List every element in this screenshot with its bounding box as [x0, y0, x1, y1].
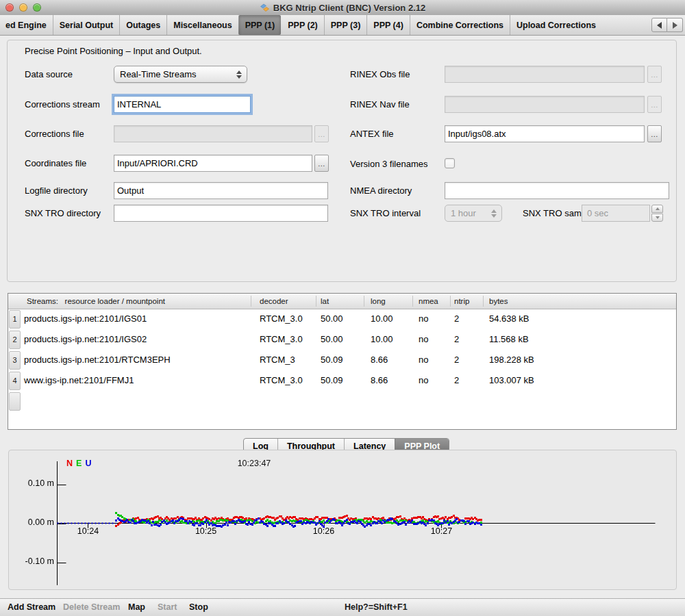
cell-nmea: no	[419, 329, 428, 350]
header-nmea: nmea	[419, 294, 438, 309]
cell-ntrip: 2	[454, 370, 459, 391]
rinex-nav-file-browse-button: ...	[647, 96, 662, 113]
x-axis-tick-label: 10:24	[67, 526, 108, 536]
cell-mountpoint: www.igs-ip.net:2101/FFMJ1	[24, 370, 134, 391]
rinex-obs-file-input	[445, 66, 645, 83]
version-3-filenames-label: Version 3 filenames	[350, 155, 427, 172]
y-axis-tick-label: 0.10 m	[12, 478, 54, 488]
rinex-nav-file-input	[445, 96, 645, 113]
table-row[interactable]: 2 products.igs-ip.net:2101/IGS02 RTCM_3.…	[8, 329, 676, 350]
coordinates-file-input[interactable]	[114, 155, 312, 172]
cell-ntrip: 2	[454, 350, 459, 370]
title-bar: BKG Ntrip Client (BNC) Version 2.12	[0, 0, 685, 16]
logfile-directory-label: Logfile directory	[25, 182, 88, 199]
chart-legend: N E U	[66, 459, 91, 468]
legend-up: U	[85, 459, 91, 468]
status-bar: Add Stream Delete Stream Map Start Stop …	[0, 598, 685, 616]
row-number: 2	[9, 331, 21, 349]
nmea-directory-input[interactable]	[445, 182, 669, 199]
stop-button[interactable]: Stop	[189, 599, 208, 616]
header-lat: lat	[321, 294, 329, 309]
row-number: 1	[9, 310, 21, 329]
spinner-down-icon	[656, 216, 660, 219]
header-decoder: decoder	[260, 294, 288, 309]
coordinates-file-label: Coordinates file	[25, 155, 86, 172]
table-header: Streams: resource loader / mountpoint de…	[8, 294, 676, 309]
version-3-filenames-checkbox[interactable]	[445, 158, 455, 168]
snx-tro-directory-label: SNX TRO directory	[25, 205, 101, 222]
tab-combine-corrections[interactable]: Combine Corrections	[410, 15, 510, 35]
tab-ppp-3[interactable]: PPP (3)	[324, 15, 367, 35]
corrections-stream-input[interactable]	[114, 96, 251, 113]
antex-file-label: ANTEX file	[350, 125, 394, 142]
cell-lat: 50.09	[321, 370, 343, 391]
tab-serial-output[interactable]: Serial Output	[53, 15, 119, 35]
bnc-app-window: BKG Ntrip Client (BNC) Version 2.12 ed E…	[0, 0, 685, 616]
table-row[interactable]: 3 products.igs-ip.net:2101/RTCM3EPH RTCM…	[8, 350, 676, 370]
data-source-select[interactable]: Real-Time Streams	[114, 66, 247, 83]
cell-mountpoint: products.igs-ip.net:2101/RTCM3EPH	[24, 350, 171, 370]
tab-ppp-1[interactable]: PPP (1)	[238, 15, 282, 35]
map-button[interactable]: Map	[128, 599, 145, 616]
cell-bytes: 198.228 kB	[489, 350, 534, 370]
table-row[interactable]: 4 www.igs-ip.net:2101/FFMJ1 RTCM_3.0 50.…	[8, 370, 676, 391]
table-row[interactable]: 1 products.igs-ip.net:2101/IGS01 RTCM_3.…	[8, 309, 676, 329]
column-divider	[364, 296, 364, 307]
cell-bytes: 103.007 kB	[489, 370, 534, 391]
main-tab-bar: ed Engine Serial Output Outages Miscella…	[0, 15, 685, 36]
logfile-directory-input[interactable]	[114, 182, 328, 199]
cell-nmea: no	[419, 350, 428, 370]
corrections-file-label: Corrections file	[25, 125, 84, 142]
ppp-settings-panel: Precise Point Positioning – Input and Ou…	[7, 40, 677, 282]
antex-file-browse-button[interactable]: ...	[647, 125, 662, 142]
right-arrow-icon	[673, 22, 677, 29]
ppp-plot-panel: N E U 10:23:47 0.10 m 0.00 m -0.10 m 10:…	[8, 450, 677, 590]
cell-bytes: 54.638 kB	[489, 309, 530, 329]
cell-long: 10.00	[371, 329, 393, 350]
tab-miscellaneous[interactable]: Miscellaneous	[166, 15, 238, 35]
cell-long: 8.66	[371, 370, 388, 391]
tab-scroll-right-button[interactable]	[667, 18, 683, 32]
cell-nmea: no	[419, 370, 428, 391]
chart-title: 10:23:47	[197, 459, 311, 468]
legend-north: N	[66, 459, 73, 468]
bnc-app-icon	[260, 3, 270, 13]
snx-tro-interval-label: SNX TRO interval	[350, 205, 421, 222]
cell-long: 10.00	[371, 309, 393, 329]
cell-ntrip: 2	[454, 309, 459, 329]
corrections-file-input	[114, 125, 312, 142]
x-axis-tick-label: 10:25	[186, 526, 227, 536]
data-source-value: Real-Time Streams	[114, 69, 234, 79]
snx-tro-sampling-field: 0 sec	[582, 205, 650, 222]
tab-outages[interactable]: Outages	[119, 15, 166, 35]
cell-bytes: 11.568 kB	[489, 329, 529, 350]
tab-upload-corrections[interactable]: Upload Corrections	[510, 15, 602, 35]
column-divider	[450, 296, 451, 307]
ppp-plot-canvas	[9, 450, 676, 589]
rinex-nav-file-label: RINEX Nav file	[350, 96, 410, 113]
delete-stream-button: Delete Stream	[63, 599, 120, 616]
rinex-obs-file-label: RINEX Obs file	[350, 66, 410, 83]
y-axis-tick-label: 0.00 m	[12, 517, 54, 527]
header-bytes: bytes	[489, 294, 508, 309]
coordinates-file-browse-button[interactable]: ...	[314, 155, 329, 172]
snx-tro-directory-input[interactable]	[114, 205, 328, 222]
spinner-up-icon	[656, 207, 660, 210]
add-stream-button[interactable]: Add Stream	[8, 599, 55, 616]
tab-ppp-4[interactable]: PPP (4)	[366, 15, 410, 35]
y-axis-tick-label: -0.10 m	[12, 556, 54, 566]
column-divider	[412, 296, 413, 307]
cell-lat: 50.00	[321, 329, 343, 350]
rinex-obs-file-browse-button: ...	[647, 66, 662, 83]
snx-tro-sampling-spinner	[651, 205, 663, 222]
updown-arrows-icon	[488, 209, 499, 218]
antex-file-input[interactable]	[445, 125, 645, 142]
tab-feed-engine[interactable]: ed Engine	[0, 15, 53, 35]
tab-ppp-2[interactable]: PPP (2)	[281, 15, 324, 35]
column-divider	[251, 296, 251, 307]
cell-decoder: RTCM_3.0	[260, 370, 303, 391]
tab-scroll-left-button[interactable]	[651, 18, 667, 32]
help-hint: Help?=Shift+F1	[345, 599, 408, 616]
cell-decoder: RTCM_3.0	[260, 329, 303, 350]
window-title: BKG Ntrip Client (BNC) Version 2.12	[273, 3, 425, 13]
